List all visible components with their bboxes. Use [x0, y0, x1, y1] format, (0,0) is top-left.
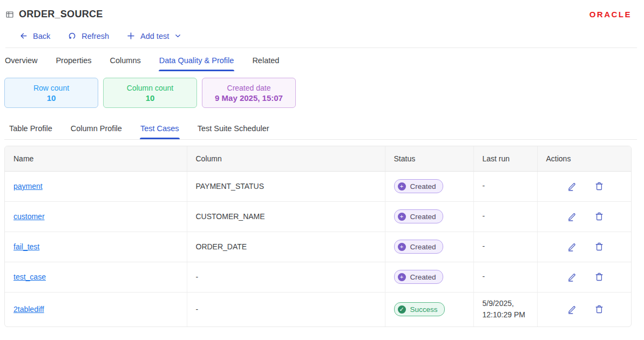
- stat-card-label: Row count: [33, 84, 69, 92]
- oracle-logo: ORACLE: [589, 10, 632, 19]
- tab-columns[interactable]: Columns: [110, 48, 141, 71]
- status-icon: ✓: [398, 305, 406, 314]
- tab-label: Data Quality & Profile: [159, 56, 234, 65]
- column-value: ORDER_DATE: [187, 232, 385, 262]
- stat-card-value: 10: [47, 93, 56, 103]
- column-value: PAYMENT_STATUS: [187, 171, 385, 201]
- status-badge: ✓ Success: [394, 302, 445, 316]
- tab-label: Properties: [56, 56, 91, 65]
- stat-card-label: Created date: [227, 84, 271, 92]
- delete-button[interactable]: [593, 241, 605, 253]
- add-test-button[interactable]: Add test: [126, 31, 182, 40]
- stat-card-label: Column count: [127, 84, 173, 92]
- edit-pencil-icon: [567, 212, 577, 221]
- table-row: fail_test ORDER_DATE + Created -: [5, 232, 631, 262]
- last-run-value: -: [473, 262, 537, 292]
- edit-button[interactable]: [566, 241, 578, 253]
- tab-label: Columns: [110, 56, 141, 65]
- page-title: ORDER_SOURCE: [19, 9, 103, 20]
- tab-label: Related: [252, 56, 279, 65]
- edit-pencil-icon: [567, 304, 577, 314]
- trash-icon: [594, 272, 604, 282]
- table-header-row: NameColumnStatusLast runActions: [5, 146, 631, 171]
- edit-button[interactable]: [566, 303, 578, 315]
- column-value: -: [187, 262, 385, 292]
- subtab-column-profile[interactable]: Column Profile: [70, 116, 123, 139]
- tab-label: Column Profile: [71, 124, 122, 133]
- last-run-value: -: [473, 201, 537, 232]
- column-header-column: Column: [187, 146, 385, 171]
- tab-properties[interactable]: Properties: [55, 48, 92, 71]
- back-button[interactable]: Back: [19, 31, 50, 40]
- subtab-test-suite-scheduler[interactable]: Test Suite Scheduler: [197, 116, 270, 139]
- column-header-status: Status: [385, 146, 473, 171]
- refresh-button[interactable]: Refresh: [67, 31, 109, 40]
- subtab-table-profile[interactable]: Table Profile: [9, 116, 53, 139]
- status-icon: +: [398, 273, 406, 281]
- status-icon: +: [398, 213, 406, 221]
- status-label: Created: [410, 243, 436, 251]
- status-label: Created: [410, 182, 436, 191]
- trash-icon: [594, 242, 604, 251]
- column-header-last-run: Last run: [473, 146, 537, 171]
- tab-overview[interactable]: Overview: [4, 48, 38, 71]
- tab-label: Test Cases: [140, 124, 179, 133]
- stat-cards: Row count 10 Column count 10 Created dat…: [4, 78, 644, 108]
- column-value: CUSTOMER_NAME: [187, 201, 385, 232]
- status-label: Created: [410, 213, 436, 221]
- status-badge: + Created: [394, 240, 443, 254]
- trash-icon: [594, 304, 604, 314]
- last-run-value: -: [473, 171, 537, 201]
- status-badge: + Created: [394, 179, 443, 193]
- tab-label: Table Profile: [9, 124, 52, 133]
- delete-button[interactable]: [593, 303, 605, 315]
- test-cases-table: NameColumnStatusLast runActions payment …: [4, 146, 632, 327]
- stat-card-column-count: Column count 10: [103, 78, 197, 108]
- table-row: customer CUSTOMER_NAME + Created -: [5, 201, 631, 232]
- test-case-link[interactable]: fail_test: [13, 242, 39, 251]
- tab-related[interactable]: Related: [252, 48, 280, 71]
- refresh-icon: [67, 31, 77, 40]
- tab-data-quality-profile[interactable]: Data Quality & Profile: [159, 48, 235, 71]
- status-badge: + Created: [394, 209, 443, 223]
- edit-pencil-icon: [567, 242, 577, 251]
- subtab-test-cases[interactable]: Test Cases: [140, 116, 180, 139]
- edit-button[interactable]: [566, 180, 578, 192]
- column-header-name: Name: [5, 146, 187, 171]
- delete-button[interactable]: [593, 271, 605, 283]
- stat-card-row-count: Row count 10: [4, 78, 98, 108]
- last-run-value: 5/9/2025, 12:10:29 PM: [473, 292, 537, 327]
- table-row: 2tablediff - ✓ Success 5/9/2025, 12:10:2…: [5, 292, 631, 327]
- add-test-label: Add test: [140, 32, 169, 40]
- column-header-actions: Actions: [537, 146, 631, 171]
- table-row: test_case - + Created -: [5, 262, 631, 292]
- delete-button[interactable]: [593, 210, 605, 222]
- tab-label: Test Suite Scheduler: [198, 124, 269, 133]
- edit-pencil-icon: [567, 181, 577, 191]
- stat-card-value: 9 May 2025, 15:07: [215, 93, 283, 103]
- edit-pencil-icon: [567, 272, 577, 282]
- test-case-link[interactable]: 2tablediff: [13, 305, 44, 314]
- test-case-link[interactable]: customer: [13, 212, 45, 221]
- status-label: Success: [410, 305, 438, 314]
- chevron-down-icon[interactable]: [174, 32, 182, 40]
- stat-card-created-date: Created date 9 May 2025, 15:07: [202, 78, 296, 108]
- sub-tabs: Table ProfileColumn ProfileTest CasesTes…: [4, 116, 637, 140]
- table-icon: [5, 10, 14, 19]
- trash-icon: [594, 181, 604, 191]
- main-tabs: OverviewPropertiesColumnsData Quality & …: [0, 48, 644, 71]
- column-value: -: [187, 292, 385, 327]
- edit-button[interactable]: [566, 210, 578, 222]
- toolbar: Back Refresh Add test: [0, 20, 644, 47]
- status-badge: + Created: [394, 270, 443, 284]
- tab-label: Overview: [5, 56, 37, 65]
- delete-button[interactable]: [593, 180, 605, 192]
- test-case-link[interactable]: test_case: [13, 273, 46, 281]
- plus-icon: [126, 31, 135, 40]
- test-case-link[interactable]: payment: [13, 182, 43, 191]
- stat-card-value: 10: [146, 93, 155, 103]
- last-run-value: -: [473, 232, 537, 262]
- status-icon: +: [398, 243, 406, 251]
- trash-icon: [594, 212, 604, 221]
- edit-button[interactable]: [566, 271, 578, 283]
